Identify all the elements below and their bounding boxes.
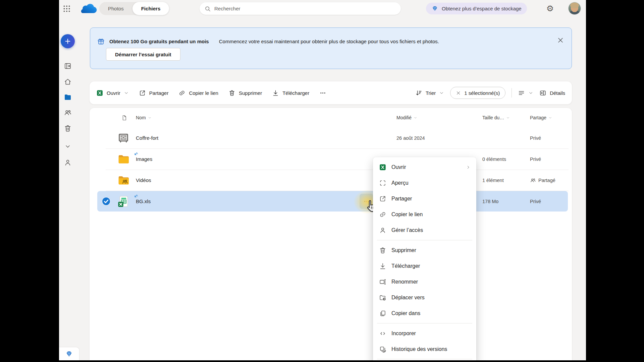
excel-file-icon bbox=[117, 195, 130, 208]
modified-date: 26 août 2024 bbox=[396, 135, 482, 141]
menu-item-supprimer[interactable]: Supprimer bbox=[373, 242, 476, 258]
close-icon bbox=[456, 90, 461, 96]
rename-icon bbox=[379, 278, 386, 286]
home-icon[interactable] bbox=[64, 78, 72, 86]
menu-item-label: Supprimer bbox=[391, 247, 416, 253]
menu-item-partager[interactable]: Partager bbox=[373, 191, 476, 206]
toggle-rail-icon[interactable] bbox=[64, 62, 72, 70]
sort-button[interactable]: Trier bbox=[415, 89, 444, 97]
start-trial-button[interactable]: Démarrer l’essai gratuit bbox=[106, 48, 180, 61]
safe-icon bbox=[117, 132, 130, 144]
tab-files[interactable]: Fichiers bbox=[132, 2, 169, 15]
my-files-icon[interactable] bbox=[64, 93, 72, 101]
banner-title: Obtenez 100 Go gratuits pendant un mois bbox=[109, 39, 209, 44]
embed-icon bbox=[379, 330, 386, 337]
file-type-column-icon[interactable] bbox=[117, 115, 136, 121]
menu-item-ouvrir[interactable]: Ouvrir bbox=[373, 159, 476, 175]
menu-item-label: Déplacer vers bbox=[391, 295, 425, 301]
share-icon bbox=[379, 195, 386, 202]
onedrive-logo[interactable] bbox=[80, 3, 98, 14]
menu-item-copier-le-lien[interactable]: Copier le lien bbox=[373, 206, 476, 222]
shared-people-icon[interactable] bbox=[64, 109, 72, 117]
download-button[interactable]: Télécharger bbox=[272, 89, 309, 97]
list-view-icon bbox=[518, 89, 525, 97]
menu-item-gerer-l-acces[interactable]: Gérer l’accès bbox=[373, 222, 476, 238]
link-icon bbox=[178, 89, 185, 97]
details-button[interactable]: Détails bbox=[539, 89, 565, 97]
table-row[interactable]: Vidéos1 élémentPartagé bbox=[90, 170, 572, 191]
copy-link-button[interactable]: Copier le lien bbox=[178, 89, 218, 97]
diamond-icon bbox=[431, 5, 438, 12]
column-header-modified[interactable]: Modifié bbox=[396, 115, 482, 120]
ellipsis-icon bbox=[319, 89, 326, 97]
selection-count-pill[interactable]: 1 sélectionné(s) bbox=[450, 87, 505, 99]
share-icon bbox=[139, 89, 146, 97]
view-options-button[interactable] bbox=[518, 89, 533, 97]
table-row[interactable]: Images0 élémentsPrivé bbox=[90, 148, 572, 170]
recent-badge-icon bbox=[133, 152, 138, 157]
column-header-name[interactable]: Nom bbox=[136, 115, 396, 120]
command-bar: Ouvrir Partager Copier le lien Supprimer… bbox=[90, 81, 572, 104]
column-header-sharing[interactable]: Partage bbox=[530, 115, 572, 120]
onedrive-window: Photos Fichiers Obtenez plus d’espace de… bbox=[59, 0, 586, 360]
menu-item-label: Incorporer bbox=[391, 330, 416, 337]
menu-item-renommer[interactable]: Renommer bbox=[373, 274, 476, 290]
toolbar-divider bbox=[512, 88, 512, 98]
trash-icon bbox=[228, 89, 235, 97]
menu-divider bbox=[377, 359, 472, 359]
menu-item-apercu[interactable]: Aperçu bbox=[373, 175, 476, 191]
table-row[interactable]: Coffre-fort26 août 2024Privé bbox=[90, 127, 572, 148]
premium-upsell-card[interactable] bbox=[59, 347, 79, 360]
close-icon[interactable] bbox=[557, 37, 564, 44]
folder-shared-icon bbox=[117, 174, 130, 187]
account-avatar[interactable] bbox=[568, 2, 581, 15]
file-name: BG.xls bbox=[136, 198, 151, 204]
sort-icon bbox=[415, 89, 422, 97]
app-launcher-icon[interactable] bbox=[62, 4, 71, 13]
column-header-size[interactable]: Taille du… bbox=[482, 115, 530, 120]
file-name: Vidéos bbox=[136, 177, 151, 183]
context-menu: OuvrirAperçuPartagerCopier le lienGérer … bbox=[373, 157, 476, 360]
tab-photos[interactable]: Photos bbox=[99, 2, 132, 15]
folder-icon bbox=[117, 153, 130, 166]
gift-icon bbox=[97, 37, 105, 45]
file-name: Images bbox=[136, 156, 152, 162]
table-row[interactable]: BG.xls178 MoPrivé bbox=[90, 191, 572, 212]
sharing-status: Privé bbox=[530, 135, 572, 141]
download-icon bbox=[272, 89, 279, 97]
menu-item-copier-dans[interactable]: Copier dans bbox=[373, 305, 476, 321]
more-commands-button[interactable] bbox=[319, 89, 326, 97]
add-new-button[interactable] bbox=[61, 34, 75, 48]
recycle-bin-icon[interactable] bbox=[64, 124, 72, 132]
menu-item-deplacer-vers[interactable]: Déplacer vers bbox=[373, 290, 476, 305]
sharing-status: Privé bbox=[530, 199, 572, 204]
get-storage-button[interactable]: Obtenez plus d’espace de stockage bbox=[426, 3, 527, 14]
search-input[interactable] bbox=[214, 6, 396, 11]
share-button[interactable]: Partager bbox=[139, 89, 169, 97]
menu-item-historique-des-versions[interactable]: Historique des versions bbox=[373, 341, 476, 357]
file-size: 1 élément bbox=[482, 178, 530, 183]
row-checkbox[interactable] bbox=[102, 197, 110, 205]
search-bar[interactable] bbox=[200, 2, 401, 15]
excel-icon bbox=[96, 89, 103, 97]
row-more-actions-button[interactable] bbox=[360, 194, 373, 209]
file-name: Coffre-fort bbox=[136, 135, 158, 141]
menu-item-label: Aperçu bbox=[391, 180, 409, 186]
chevron-down-icon bbox=[528, 90, 533, 96]
chevron-down-icon bbox=[439, 90, 444, 96]
top-bar: Photos Fichiers Obtenez plus d’espace de… bbox=[59, 0, 586, 17]
delete-button[interactable]: Supprimer bbox=[228, 89, 262, 97]
menu-item-incorporer[interactable]: Incorporer bbox=[373, 325, 476, 341]
settings-gear-icon[interactable]: ⚙ bbox=[545, 3, 555, 14]
details-pane-icon bbox=[539, 89, 546, 97]
recent-badge-icon bbox=[133, 194, 138, 199]
search-icon bbox=[204, 5, 211, 12]
menu-divider bbox=[377, 240, 472, 240]
menu-item-telecharger[interactable]: Télécharger bbox=[373, 258, 476, 274]
download-icon bbox=[379, 262, 386, 270]
person-icon[interactable] bbox=[64, 159, 72, 167]
menu-item-label: Partager bbox=[391, 196, 412, 202]
more-nav-chevron-icon[interactable] bbox=[64, 143, 71, 150]
open-button[interactable]: Ouvrir bbox=[96, 89, 129, 97]
file-list: Nom Modifié Taille du… Partage Coffre-fo… bbox=[90, 108, 572, 360]
